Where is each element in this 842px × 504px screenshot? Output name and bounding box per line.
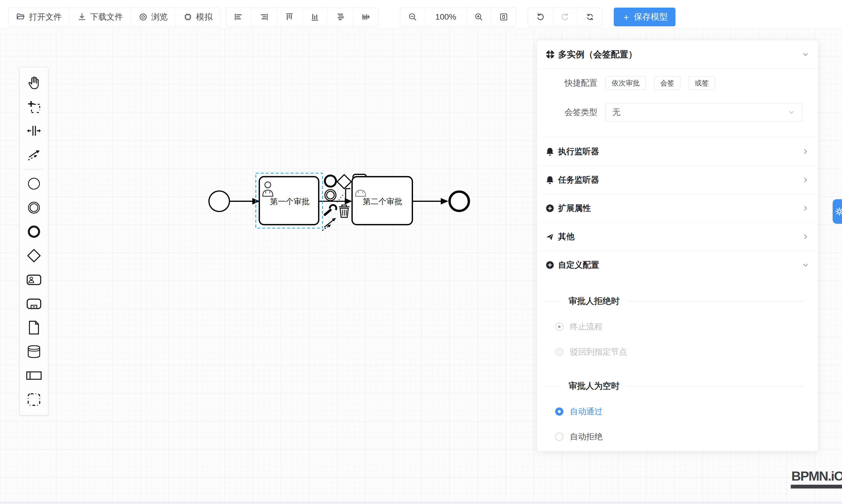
download-file-button[interactable]: 下载文件	[70, 8, 131, 26]
quick-option-countersign[interactable]: 会签	[654, 76, 681, 90]
palette-end-event[interactable]	[22, 220, 46, 244]
align-left-icon	[233, 12, 244, 22]
undo-button[interactable]	[528, 8, 553, 26]
space-tool-icon	[26, 123, 42, 139]
properties-panel: 多实例（会签配置） 快捷配置 依次审批 会签 或签 会签类型 无	[537, 40, 818, 451]
task1-node[interactable]: 第一个审批	[259, 177, 319, 224]
palette-data-store[interactable]	[22, 340, 46, 364]
sign-type-select[interactable]: 无	[606, 103, 802, 121]
global-connect-tool[interactable]	[22, 143, 46, 167]
section-custom-config[interactable]: 自定义配置	[537, 251, 818, 279]
data-store-icon	[26, 343, 42, 360]
section-label: 任务监听器	[558, 174, 599, 185]
pad-connect-icon[interactable]	[322, 218, 336, 231]
zoom-out-icon	[408, 12, 417, 22]
lasso-tool[interactable]	[22, 95, 46, 119]
history-button-group	[528, 7, 602, 26]
section-task-listener[interactable]: 任务监听器	[537, 165, 818, 194]
align-center-vertical-button[interactable]	[353, 8, 379, 26]
open-file-label: 打开文件	[29, 12, 62, 22]
pad-append-intermediate-event[interactable]	[325, 190, 336, 201]
download-file-label: 下载文件	[90, 12, 123, 22]
sign-type-label: 会签类型	[545, 107, 597, 118]
palette-group[interactable]	[22, 388, 46, 412]
radio-button[interactable]	[555, 348, 563, 356]
hand-tool[interactable]	[22, 71, 46, 95]
start-event-icon	[26, 176, 42, 192]
radio-return-to-node[interactable]: 驳回到指定节点	[555, 346, 803, 357]
palette-user-task[interactable]	[22, 268, 46, 292]
radio-auto-reject[interactable]: 自动拒绝	[555, 431, 803, 442]
panel-header-multi-instance[interactable]: 多实例（会签配置）	[537, 40, 818, 69]
radio-button[interactable]	[555, 408, 563, 416]
bell-icon	[545, 175, 555, 184]
section-execution-listener[interactable]: 执行监听器	[537, 137, 818, 165]
start-event-node[interactable]	[209, 191, 229, 212]
fit-viewport-button[interactable]	[491, 8, 516, 26]
palette-subprocess[interactable]	[22, 292, 46, 316]
subprocess-icon	[26, 295, 42, 312]
radio-terminate-process[interactable]: 终止流程	[555, 321, 803, 332]
section-label: 其他	[558, 231, 575, 242]
chevron-right-icon	[801, 147, 810, 156]
zoom-level-display[interactable]: 100%	[425, 8, 467, 26]
quick-option-sequential[interactable]: 依次审批	[606, 76, 646, 90]
reset-button[interactable]	[578, 8, 602, 26]
radio-auto-pass[interactable]: 自动通过	[555, 406, 803, 417]
radio-label: 驳回到指定节点	[570, 346, 627, 357]
gateway-icon	[26, 248, 42, 264]
align-center-horizontal-button[interactable]	[328, 8, 353, 26]
panel-title: 多实例（会签配置）	[558, 49, 801, 60]
align-left-button[interactable]	[226, 8, 251, 26]
palette-separator	[23, 169, 45, 169]
zoom-out-button[interactable]	[400, 8, 425, 26]
lasso-tool-icon	[26, 98, 42, 115]
open-file-button[interactable]: 打开文件	[8, 8, 70, 26]
chevron-right-icon	[801, 204, 810, 213]
zoom-in-button[interactable]	[467, 8, 491, 26]
quick-config-label: 快捷配置	[545, 77, 597, 89]
simulate-label: 模拟	[196, 12, 212, 22]
view-eye-icon	[138, 12, 148, 22]
chevron-down-icon	[801, 260, 810, 269]
task2-node[interactable]: 第二个审批	[352, 177, 413, 224]
flow-arrowhead	[441, 198, 449, 204]
end-event-node[interactable]	[450, 192, 469, 211]
user-task-icon	[26, 271, 42, 288]
section-extended-properties[interactable]: 扩展属性	[537, 194, 818, 222]
simulate-button[interactable]: 模拟	[176, 8, 220, 26]
panel-sections: 执行监听器 任务监听器 扩展属性	[537, 137, 818, 279]
plus-circle-icon	[545, 203, 555, 213]
palette-data-object[interactable]	[22, 316, 46, 340]
align-right-button[interactable]	[251, 8, 277, 26]
bottom-scrollbar-track[interactable]	[0, 502, 842, 504]
align-top-button[interactable]	[277, 8, 302, 26]
section-other[interactable]: 其他	[537, 222, 818, 251]
redo-button[interactable]	[553, 8, 578, 26]
preview-button[interactable]: 浏览	[131, 8, 176, 26]
palette-participant[interactable]	[22, 364, 46, 388]
pad-wrench-icon[interactable]	[325, 205, 336, 215]
task1-label: 第一个审批	[270, 197, 310, 206]
pad-delete-icon[interactable]	[339, 205, 349, 217]
quick-option-orsign[interactable]: 或签	[689, 76, 715, 90]
space-tool[interactable]	[22, 119, 46, 143]
data-object-icon	[26, 320, 42, 336]
save-model-label: 保存模型	[634, 11, 668, 23]
radio-button[interactable]	[555, 433, 563, 441]
pad-append-end-event[interactable]	[325, 176, 336, 187]
folder-open-icon	[16, 12, 25, 22]
bpmn-io-logo[interactable]: BPMN.iO	[791, 469, 842, 488]
radio-button[interactable]	[555, 323, 563, 331]
participant-icon	[26, 367, 42, 384]
palette-intermediate-event[interactable]	[22, 196, 46, 220]
gear-icon	[835, 207, 842, 216]
section-label: 自定义配置	[558, 259, 599, 271]
save-model-button[interactable]: ＋ 保存模型	[614, 7, 676, 26]
fit-viewport-icon	[499, 12, 508, 22]
palette-gateway[interactable]	[22, 244, 46, 268]
align-bottom-button[interactable]	[302, 8, 328, 26]
pad-append-gateway[interactable]	[337, 175, 351, 189]
palette-start-event[interactable]	[22, 172, 46, 196]
settings-edge-tab[interactable]	[832, 199, 842, 224]
